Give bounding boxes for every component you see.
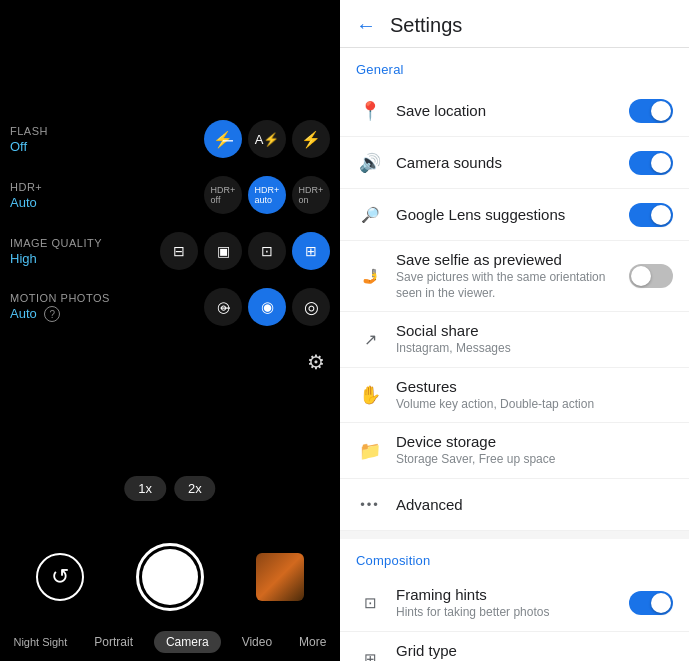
- shutter-button[interactable]: [136, 543, 204, 611]
- advanced-title: Advanced: [396, 496, 673, 513]
- gear-icon[interactable]: ⚙: [307, 350, 325, 374]
- save-selfie-title: Save selfie as previewed: [396, 251, 619, 268]
- device-storage-item[interactable]: 📁 Device storage Storage Saver, Free up …: [340, 423, 689, 479]
- device-storage-subtitle: Storage Saver, Free up space: [396, 452, 673, 468]
- framing-hints-item[interactable]: ⊡ Framing hints Hints for taking better …: [340, 576, 689, 632]
- hdr-value: Auto: [10, 195, 204, 210]
- camera-sounds-item[interactable]: 🔊 Camera sounds: [340, 137, 689, 189]
- save-selfie-item[interactable]: 🤳 Save selfie as previewed Save pictures…: [340, 241, 689, 312]
- hdr-icons: HDR+off HDR+auto HDR+on: [204, 176, 330, 214]
- flash-auto-icon[interactable]: A⚡: [248, 120, 286, 158]
- save-location-item[interactable]: 📍 Save location: [340, 85, 689, 137]
- advanced-icon: •••: [356, 497, 384, 512]
- save-selfie-toggle[interactable]: [629, 264, 673, 288]
- grid-type-title: Grid type: [396, 642, 673, 659]
- grid-type-icon: ⊞: [356, 650, 384, 661]
- device-storage-content: Device storage Storage Saver, Free up sp…: [396, 433, 673, 468]
- save-location-icon: 📍: [356, 100, 384, 122]
- motion-off-icon[interactable]: ◎̶: [204, 288, 242, 326]
- save-selfie-subtitle: Save pictures with the same orientation …: [396, 270, 619, 301]
- quality-setting-row: IMAGE QUALITY High ⊟ ▣ ⊡ ⊞: [10, 232, 330, 270]
- motion-label: MOTION PHOTOS: [10, 292, 204, 304]
- hdr-info: HDR+ Auto: [10, 181, 204, 210]
- rotate-button[interactable]: ↺: [36, 553, 84, 601]
- camera-sounds-toggle[interactable]: [629, 151, 673, 175]
- camera-panel: FLASH Off ⚡̶ A⚡ ⚡ HDR+ Auto HDR+off HDR+…: [0, 0, 340, 661]
- zoom-1x-button[interactable]: 1x: [124, 476, 166, 501]
- social-share-subtitle: Instagram, Messages: [396, 341, 673, 357]
- save-selfie-content: Save selfie as previewed Save pictures w…: [396, 251, 619, 301]
- mode-night-sight[interactable]: Night Sight: [7, 634, 73, 650]
- motion-icons: ◎̶ ◉ ◎: [204, 288, 330, 326]
- save-location-toggle-thumb: [651, 101, 671, 121]
- advanced-content: Advanced: [396, 496, 673, 513]
- advanced-item[interactable]: ••• Advanced: [340, 479, 689, 531]
- back-button[interactable]: ←: [356, 14, 376, 37]
- save-location-toggle[interactable]: [629, 99, 673, 123]
- hdr-label: HDR+: [10, 181, 204, 193]
- camera-sounds-control[interactable]: [629, 151, 673, 175]
- framing-hints-content: Framing hints Hints for taking better ph…: [396, 586, 619, 621]
- camera-sounds-content: Camera sounds: [396, 154, 619, 171]
- save-selfie-control[interactable]: [629, 264, 673, 288]
- camera-sounds-icon: 🔊: [356, 152, 384, 174]
- hdr-off-icon[interactable]: HDR+off: [204, 176, 242, 214]
- google-lens-icon: 🔎: [356, 206, 384, 224]
- camera-bottom-controls: ↺: [0, 543, 340, 611]
- shutter-inner: [142, 549, 198, 605]
- quality-icon3[interactable]: ⊡: [248, 232, 286, 270]
- framing-hints-control[interactable]: [629, 591, 673, 615]
- quality-icon1[interactable]: ⊟: [160, 232, 198, 270]
- google-lens-toggle[interactable]: [629, 203, 673, 227]
- quality-icons: ⊟ ▣ ⊡ ⊞: [160, 232, 330, 270]
- motion-on-icon[interactable]: ◎: [292, 288, 330, 326]
- motion-auto-icon[interactable]: ◉: [248, 288, 286, 326]
- hdr-auto-icon[interactable]: HDR+auto: [248, 176, 286, 214]
- motion-info: MOTION PHOTOS Auto ?: [10, 292, 204, 323]
- google-lens-item[interactable]: 🔎 Google Lens suggestions: [340, 189, 689, 241]
- motion-setting-row: MOTION PHOTOS Auto ? ◎̶ ◉ ◎: [10, 288, 330, 326]
- zoom-2x-button[interactable]: 2x: [174, 476, 216, 501]
- grid-type-item[interactable]: ⊞ Grid type No grid: [340, 632, 689, 661]
- flash-icons: ⚡̶ A⚡ ⚡: [204, 120, 330, 158]
- quality-icon2[interactable]: ▣: [204, 232, 242, 270]
- google-lens-control[interactable]: [629, 203, 673, 227]
- quality-value: High: [10, 251, 160, 266]
- motion-value: Auto ?: [10, 306, 204, 323]
- flash-info: FLASH Off: [10, 125, 204, 154]
- thumbnail-button[interactable]: [256, 553, 304, 601]
- save-location-title: Save location: [396, 102, 619, 119]
- framing-hints-toggle[interactable]: [629, 591, 673, 615]
- mode-camera[interactable]: Camera: [154, 631, 221, 653]
- quality-label: IMAGE QUALITY: [10, 237, 160, 249]
- section-divider: [340, 531, 689, 539]
- gestures-icon: ✋: [356, 384, 384, 406]
- motion-help-icon[interactable]: ?: [44, 306, 60, 322]
- mode-more[interactable]: More: [293, 633, 332, 651]
- composition-section-header: Composition: [340, 539, 689, 576]
- google-lens-toggle-thumb: [651, 205, 671, 225]
- framing-hints-icon: ⊡: [356, 594, 384, 612]
- general-section-header: General: [340, 48, 689, 85]
- settings-header: ← Settings: [340, 0, 689, 48]
- social-share-item[interactable]: ↗ Social share Instagram, Messages: [340, 312, 689, 368]
- mode-portrait[interactable]: Portrait: [88, 633, 139, 651]
- gestures-item[interactable]: ✋ Gestures Volume key action, Double-tap…: [340, 368, 689, 424]
- gestures-subtitle: Volume key action, Double-tap action: [396, 397, 673, 413]
- quality-icon4[interactable]: ⊞: [292, 232, 330, 270]
- settings-title: Settings: [390, 14, 462, 37]
- hdr-setting-row: HDR+ Auto HDR+off HDR+auto HDR+on: [10, 176, 330, 214]
- mode-video[interactable]: Video: [236, 633, 278, 651]
- google-lens-content: Google Lens suggestions: [396, 206, 619, 223]
- device-storage-icon: 📁: [356, 440, 384, 462]
- gestures-content: Gestures Volume key action, Double-tap a…: [396, 378, 673, 413]
- flash-off-icon[interactable]: ⚡̶: [204, 120, 242, 158]
- settings-panel: ← Settings General 📍 Save location 🔊 Cam…: [340, 0, 689, 661]
- hdr-on-icon[interactable]: HDR+on: [292, 176, 330, 214]
- save-location-control[interactable]: [629, 99, 673, 123]
- zoom-row: 1x 2x: [124, 476, 215, 501]
- flash-value: Off: [10, 139, 204, 154]
- framing-hints-title: Framing hints: [396, 586, 619, 603]
- flash-on-icon[interactable]: ⚡: [292, 120, 330, 158]
- camera-settings-overlay: FLASH Off ⚡̶ A⚡ ⚡ HDR+ Auto HDR+off HDR+…: [10, 120, 330, 344]
